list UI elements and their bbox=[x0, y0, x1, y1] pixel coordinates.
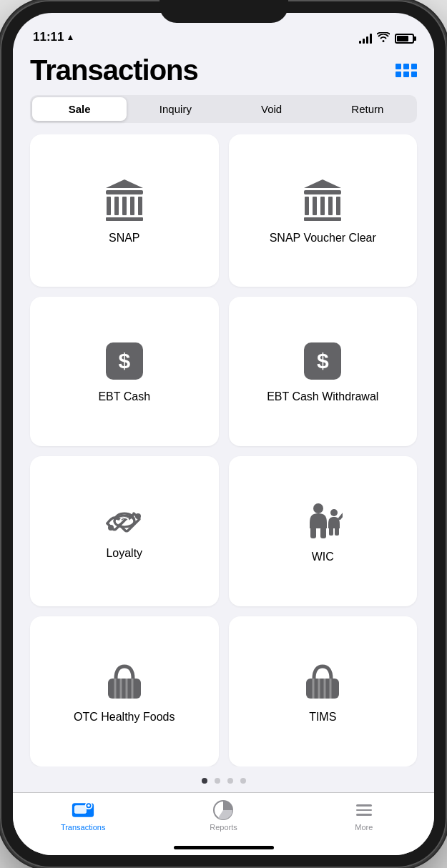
card-ebt-cash-withdrawal[interactable]: $ EBT Cash Withdrawal bbox=[229, 297, 418, 447]
dollar-icon-ebt-withdrawal: $ bbox=[304, 342, 341, 380]
transactions-tab-icon bbox=[72, 800, 94, 820]
bank-icon-snap bbox=[106, 179, 143, 221]
more-tab-label: More bbox=[355, 823, 373, 832]
card-snap-voucher-clear[interactable]: SNAP Voucher Clear bbox=[229, 134, 418, 287]
wic-icon bbox=[303, 503, 343, 540]
page-header: Transactions bbox=[13, 49, 434, 95]
page-dot-4 bbox=[240, 778, 246, 784]
card-label-ebt-cash: EBT Cash bbox=[98, 390, 150, 405]
phone-frame: 11:11 ▲ bbox=[0, 0, 447, 868]
tab-more[interactable]: More bbox=[294, 800, 434, 832]
svg-rect-8 bbox=[335, 527, 339, 536]
tab-void[interactable]: Void bbox=[225, 97, 319, 121]
svg-rect-5 bbox=[320, 527, 326, 538]
basket-icon-otc bbox=[104, 663, 145, 700]
home-bar bbox=[174, 846, 274, 849]
status-time: 11:11 ▲ bbox=[33, 30, 74, 44]
card-label-otc: OTC Healthy Foods bbox=[74, 710, 175, 725]
card-otc-healthy-foods[interactable]: OTC Healthy Foods bbox=[30, 616, 219, 766]
page-dot-1 bbox=[202, 778, 207, 784]
tab-inquiry[interactable]: Inquiry bbox=[128, 97, 222, 121]
svg-point-3 bbox=[313, 503, 323, 513]
status-icons bbox=[359, 32, 414, 44]
tab-return[interactable]: Return bbox=[320, 97, 415, 121]
svg-point-22 bbox=[87, 804, 90, 807]
dollar-icon-ebt-cash: $ bbox=[106, 342, 143, 380]
card-label-snap-voucher: SNAP Voucher Clear bbox=[270, 231, 376, 246]
card-label-snap: SNAP bbox=[109, 231, 140, 246]
card-label-wic: WIC bbox=[312, 550, 334, 565]
svg-point-6 bbox=[330, 509, 338, 516]
transactions-tab-label: Transactions bbox=[61, 823, 106, 832]
tab-sale[interactable]: Sale bbox=[32, 97, 127, 121]
svg-point-1 bbox=[135, 513, 141, 519]
time-display: 11:11 bbox=[33, 30, 64, 44]
tab-transactions[interactable]: Transactions bbox=[13, 800, 153, 832]
segment-control: Sale Inquiry Void Return bbox=[30, 95, 417, 123]
reports-tab-label: Reports bbox=[210, 823, 237, 832]
location-arrow-icon: ▲ bbox=[66, 32, 74, 42]
card-label-ebt-cash-withdrawal: EBT Cash Withdrawal bbox=[267, 390, 378, 405]
app-content: Transactions Sale Inquiry Void Return bbox=[13, 49, 434, 792]
svg-rect-14 bbox=[306, 679, 339, 699]
page-dot-2 bbox=[215, 778, 220, 784]
card-snap[interactable]: SNAP bbox=[30, 134, 219, 287]
reports-tab-icon bbox=[212, 800, 235, 820]
svg-point-0 bbox=[108, 525, 114, 531]
battery-icon bbox=[395, 34, 414, 44]
handshake-icon bbox=[104, 506, 144, 536]
svg-rect-9 bbox=[108, 679, 141, 699]
more-tab-icon bbox=[353, 800, 375, 820]
svg-rect-20 bbox=[75, 806, 87, 814]
wifi-icon bbox=[377, 32, 390, 44]
card-loyalty[interactable]: Loyalty bbox=[30, 456, 219, 606]
bank-icon-snap-voucher bbox=[304, 179, 341, 221]
page-dots bbox=[13, 766, 434, 792]
signal-icon bbox=[359, 34, 372, 44]
basket-icon-tims bbox=[302, 663, 343, 700]
card-label-loyalty: Loyalty bbox=[106, 546, 142, 561]
card-label-tims: TIMS bbox=[309, 710, 336, 725]
card-wic[interactable]: WIC bbox=[229, 456, 418, 606]
tab-reports[interactable]: Reports bbox=[153, 800, 293, 832]
card-ebt-cash[interactable]: $ EBT Cash bbox=[30, 297, 219, 447]
grid-view-icon[interactable] bbox=[396, 64, 417, 77]
page-dot-3 bbox=[227, 778, 233, 784]
notch bbox=[159, 0, 288, 23]
transactions-grid: SNAP bbox=[13, 134, 434, 766]
page-title: Transactions bbox=[30, 54, 198, 87]
card-tims[interactable]: TIMS bbox=[229, 616, 418, 766]
svg-rect-4 bbox=[310, 527, 316, 538]
phone-screen: 11:11 ▲ bbox=[13, 13, 434, 855]
svg-rect-7 bbox=[329, 527, 333, 536]
